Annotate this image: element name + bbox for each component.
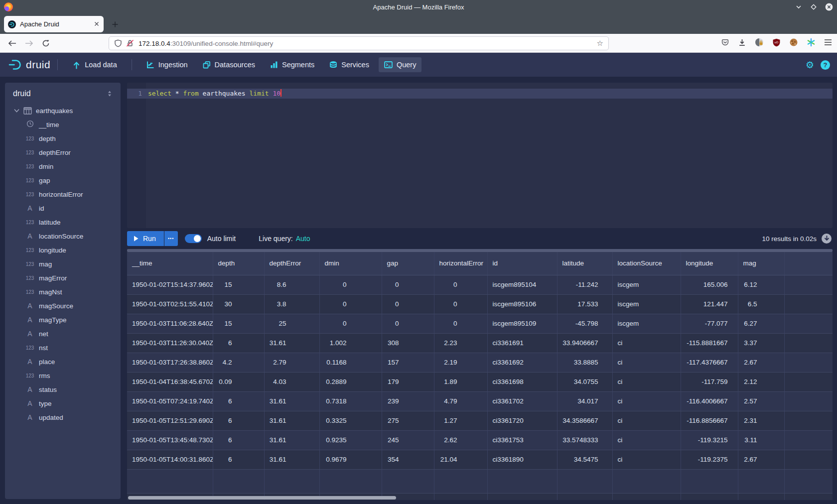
table-cell[interactable]: 31.61 bbox=[264, 333, 319, 353]
table-cell[interactable]: 1950-01-04T16:38:45.670Z bbox=[127, 372, 213, 391]
column-header-depth[interactable]: depth bbox=[213, 252, 264, 275]
forward-button[interactable] bbox=[22, 37, 36, 50]
column-header-latitude[interactable]: latitude bbox=[557, 252, 612, 275]
table-cell[interactable]: 6.5 bbox=[738, 294, 784, 314]
table-cell[interactable]: ci3361890 bbox=[487, 450, 557, 469]
table-cell[interactable]: 2.19 bbox=[434, 353, 487, 372]
column-row-magNst[interactable]: 123magNst bbox=[5, 285, 121, 299]
url-bar[interactable]: 172.18.0.4:30109/unified-console.html#qu… bbox=[109, 36, 609, 50]
table-cell[interactable]: 6 bbox=[213, 411, 264, 430]
url-text[interactable]: 172.18.0.4:30109/unified-console.html#qu… bbox=[139, 40, 597, 47]
table-cell[interactable]: 2.23 bbox=[434, 333, 487, 353]
column-row-mag[interactable]: 123mag bbox=[5, 257, 121, 271]
table-cell[interactable]: 165.006 bbox=[681, 275, 738, 294]
table-cell[interactable]: 275 bbox=[382, 411, 434, 430]
table-cell[interactable]: 2.79 bbox=[264, 353, 319, 372]
table-cell[interactable]: 1950-01-03T11:26:30.040Z bbox=[127, 333, 213, 353]
table-cell[interactable]: ci3361753 bbox=[487, 430, 557, 450]
table-cell[interactable]: -77.077 bbox=[681, 314, 738, 333]
table-cell[interactable]: 308 bbox=[382, 333, 434, 353]
column-row-status[interactable]: Astatus bbox=[5, 382, 121, 396]
table-cell[interactable]: 3.11 bbox=[738, 430, 784, 450]
table-cell[interactable]: 0 bbox=[319, 275, 382, 294]
nav-services[interactable]: Services bbox=[324, 57, 375, 72]
table-cell[interactable]: 0 bbox=[434, 294, 487, 314]
table-cell[interactable]: 31.61 bbox=[264, 450, 319, 469]
table-cell[interactable]: iscgem895104 bbox=[487, 275, 557, 294]
tracking-shield-icon[interactable] bbox=[114, 39, 122, 47]
table-cell[interactable]: 33.8885 bbox=[557, 353, 612, 372]
table-cell[interactable]: 0 bbox=[382, 314, 434, 333]
table-cell[interactable]: 2.67 bbox=[738, 450, 784, 469]
table-cell[interactable]: 0.7318 bbox=[319, 391, 382, 411]
reload-button[interactable] bbox=[39, 37, 53, 50]
table-cell[interactable]: 1950-01-02T15:14:37.960Z bbox=[127, 275, 213, 294]
column-row-magType[interactable]: AmagType bbox=[5, 313, 121, 327]
table-cell[interactable]: 0.9235 bbox=[319, 430, 382, 450]
table-cell[interactable]: 0 bbox=[319, 294, 382, 314]
table-cell[interactable]: 157 bbox=[382, 353, 434, 372]
table-cell[interactable]: 0.1168 bbox=[319, 353, 382, 372]
table-cell[interactable]: -11.242 bbox=[557, 275, 612, 294]
settings-gear-button[interactable]: ⚙ bbox=[806, 60, 814, 70]
browser-tab[interactable]: Apache Druid bbox=[4, 16, 104, 32]
column-header-id[interactable]: id bbox=[487, 252, 557, 275]
auto-limit-toggle[interactable] bbox=[185, 234, 202, 243]
column-header-mag[interactable]: mag bbox=[738, 252, 784, 275]
table-cell[interactable]: 179 bbox=[382, 372, 434, 391]
nav-load-data[interactable]: Load data bbox=[67, 57, 123, 72]
column-row-latitude[interactable]: 123latitude bbox=[5, 215, 121, 229]
table-cell[interactable]: 6.27 bbox=[738, 314, 784, 333]
table-cell[interactable]: 31.61 bbox=[264, 430, 319, 450]
account-extension-icon[interactable] bbox=[755, 38, 764, 49]
table-cell[interactable]: iscgem bbox=[612, 314, 681, 333]
table-cell[interactable]: 17.533 bbox=[557, 294, 612, 314]
insecure-lock-icon[interactable] bbox=[126, 39, 134, 47]
maximize-button[interactable] bbox=[810, 3, 817, 10]
table-cell[interactable]: ci bbox=[612, 411, 681, 430]
column-row-horizontalError[interactable]: 123horizontalError bbox=[5, 187, 121, 201]
schema-selector[interactable]: druid bbox=[5, 83, 121, 104]
table-cell[interactable]: 30 bbox=[213, 294, 264, 314]
column-header-dmin[interactable]: dmin bbox=[319, 252, 382, 275]
table-cell[interactable]: ci3361720 bbox=[487, 411, 557, 430]
column-row-rms[interactable]: 123rms bbox=[5, 369, 121, 382]
table-cell[interactable]: 4.2 bbox=[213, 353, 264, 372]
table-cell[interactable]: 2.57 bbox=[738, 391, 784, 411]
table-cell[interactable]: iscgem895106 bbox=[487, 294, 557, 314]
column-row-net[interactable]: Anet bbox=[5, 327, 121, 341]
table-cell[interactable]: 1950-01-03T11:06:28.640Z bbox=[127, 314, 213, 333]
table-cell[interactable]: 34.0755 bbox=[557, 372, 612, 391]
table-cell[interactable]: 1.89 bbox=[434, 372, 487, 391]
ublock-extension-icon[interactable]: uO bbox=[772, 38, 781, 49]
table-cell[interactable]: 1950-01-05T13:45:48.730Z bbox=[127, 430, 213, 450]
table-cell[interactable]: 8.6 bbox=[264, 275, 319, 294]
column-row-locationSource[interactable]: AlocationSource bbox=[5, 229, 121, 243]
table-cell[interactable]: 2.67 bbox=[738, 353, 784, 372]
table-cell[interactable]: 2.31 bbox=[738, 411, 784, 430]
sql-text[interactable]: select * from earthquakes limit 10 bbox=[148, 89, 281, 99]
table-cell[interactable]: 4.03 bbox=[264, 372, 319, 391]
nav-datasources[interactable]: Datasources bbox=[197, 57, 261, 72]
nav-ingestion[interactable]: Ingestion bbox=[141, 57, 193, 72]
table-cell[interactable]: 0.09 bbox=[213, 372, 264, 391]
table-cell[interactable]: 1950-01-05T14:00:31.860Z bbox=[127, 450, 213, 469]
table-cell[interactable]: ci bbox=[612, 333, 681, 353]
table-cell[interactable]: 3.8 bbox=[264, 294, 319, 314]
table-cell[interactable]: 34.017 bbox=[557, 391, 612, 411]
table-cell[interactable]: -117.759 bbox=[681, 372, 738, 391]
menu-button[interactable] bbox=[824, 39, 832, 48]
table-cell[interactable]: ci bbox=[612, 353, 681, 372]
table-cell[interactable]: 4.79 bbox=[434, 391, 487, 411]
table-cell[interactable]: 0.3325 bbox=[319, 411, 382, 430]
help-button[interactable]: ? bbox=[821, 60, 830, 70]
table-cell[interactable]: ci3361692 bbox=[487, 353, 557, 372]
query-editor[interactable]: 1 select * from earthquakes limit 10 bbox=[127, 83, 833, 228]
table-cell[interactable]: 0 bbox=[319, 314, 382, 333]
column-header-longitude[interactable]: longitude bbox=[681, 252, 738, 275]
column-row-magError[interactable]: 123magError bbox=[5, 271, 121, 285]
table-cell[interactable]: 33.5748333 bbox=[557, 430, 612, 450]
table-cell[interactable]: 34.5475 bbox=[557, 450, 612, 469]
table-cell[interactable]: 21.04 bbox=[434, 450, 487, 469]
column-row-depthError[interactable]: 123depthError bbox=[5, 145, 121, 159]
